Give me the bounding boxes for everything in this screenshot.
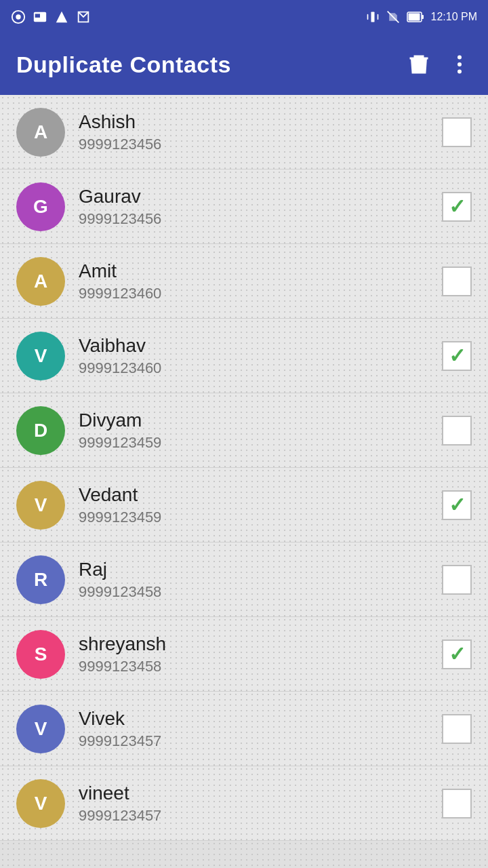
status-bar: 12:10 PM — [0, 0, 488, 34]
contact-checkbox-1[interactable] — [442, 117, 472, 147]
contact-item-9[interactable]: VVivek9999123457 — [0, 692, 488, 766]
contact-name-10: vineet — [79, 783, 428, 804]
contact-info-9: Vivek9999123457 — [79, 708, 428, 750]
contact-phone-3: 9999123460 — [79, 285, 428, 302]
contact-checkbox-3[interactable] — [442, 267, 472, 296]
checkmark-icon-4: ✓ — [449, 346, 466, 366]
svg-rect-4 — [371, 12, 374, 22]
svg-point-1 — [16, 14, 20, 19]
contact-name-7: Raj — [79, 559, 428, 580]
app-bar-title: Duplicate Contacts — [16, 52, 231, 78]
contact-info-3: Amit9999123460 — [79, 260, 428, 302]
svg-point-15 — [458, 70, 462, 74]
contact-info-8: shreyansh9999123458 — [79, 633, 428, 675]
contact-checkbox-10[interactable] — [442, 789, 472, 818]
contact-checkbox-6[interactable]: ✓ — [442, 490, 472, 520]
status-time: 12:10 PM — [431, 11, 477, 23]
svg-rect-3 — [35, 14, 40, 18]
sim-icon — [386, 10, 400, 24]
contact-name-3: Amit — [79, 260, 428, 282]
contact-item-2[interactable]: GGaurav9999123456✓ — [0, 170, 488, 244]
more-options-button[interactable] — [447, 52, 472, 77]
contact-name-5: Divyam — [79, 410, 428, 431]
contact-avatar-10: V — [16, 779, 65, 828]
svg-rect-9 — [408, 14, 420, 21]
contact-name-2: Gaurav — [79, 186, 428, 208]
contact-avatar-6: V — [16, 481, 65, 530]
contact-checkbox-4[interactable]: ✓ — [442, 341, 472, 371]
contact-checkbox-5[interactable] — [442, 416, 472, 446]
contact-info-5: Divyam9999123459 — [79, 410, 428, 452]
contact-info-1: Ashish9999123456 — [79, 111, 428, 153]
trash-icon — [407, 52, 431, 77]
contact-item-3[interactable]: AAmit9999123460 — [0, 244, 488, 319]
contact-item-5[interactable]: DDivyam9999123459 — [0, 393, 488, 468]
app-bar-actions — [407, 52, 472, 77]
contact-phone-4: 9999123460 — [79, 359, 428, 377]
contact-phone-2: 9999123456 — [79, 210, 428, 228]
contact-item-6[interactable]: VVedant9999123459✓ — [0, 468, 488, 542]
contact-checkbox-9[interactable] — [442, 714, 472, 744]
status-bar-right-icons: 12:10 PM — [366, 10, 477, 24]
delete-button[interactable] — [407, 52, 431, 77]
contact-checkbox-8[interactable]: ✓ — [442, 639, 472, 669]
checkmark-icon-2: ✓ — [449, 197, 466, 217]
contact-info-10: vineet9999123457 — [79, 783, 428, 825]
svg-rect-8 — [422, 15, 424, 19]
contact-checkbox-7[interactable] — [442, 565, 472, 595]
contact-phone-7: 9999123458 — [79, 583, 428, 601]
contact-phone-8: 9999123458 — [79, 658, 428, 675]
vibrate-icon — [366, 10, 380, 24]
app-icon-4 — [76, 9, 91, 24]
contact-avatar-9: V — [16, 705, 65, 753]
contact-name-8: shreyansh — [79, 633, 428, 655]
contact-avatar-1: A — [16, 108, 65, 157]
contact-info-7: Raj9999123458 — [79, 559, 428, 601]
app-icon-3 — [54, 9, 69, 24]
svg-rect-6 — [377, 14, 378, 20]
app-bar: Duplicate Contacts — [0, 34, 488, 95]
contact-avatar-4: V — [16, 332, 65, 380]
contact-name-1: Ashish — [79, 111, 428, 133]
contact-phone-6: 9999123459 — [79, 509, 428, 526]
svg-rect-5 — [367, 14, 368, 20]
contact-item-10[interactable]: Vvineet9999123457 — [0, 766, 488, 841]
status-bar-left-icons — [11, 9, 91, 24]
contact-item-4[interactable]: VVaibhav9999123460✓ — [0, 319, 488, 393]
contact-phone-9: 9999123457 — [79, 732, 428, 750]
contact-item-7[interactable]: RRaj9999123458 — [0, 542, 488, 617]
contact-name-9: Vivek — [79, 708, 428, 730]
contact-item-8[interactable]: Sshreyansh9999123458✓ — [0, 617, 488, 692]
contact-phone-5: 9999123459 — [79, 434, 428, 452]
contact-avatar-3: A — [16, 257, 65, 306]
contact-phone-10: 9999123457 — [79, 807, 428, 825]
battery-icon — [407, 10, 424, 24]
svg-point-13 — [458, 56, 462, 60]
contact-phone-1: 9999123456 — [79, 136, 428, 153]
contact-avatar-8: S — [16, 630, 65, 679]
contact-avatar-7: R — [16, 555, 65, 604]
contact-avatar-5: D — [16, 406, 65, 455]
checkmark-icon-8: ✓ — [449, 644, 466, 665]
svg-point-14 — [458, 62, 462, 66]
contact-info-2: Gaurav9999123456 — [79, 186, 428, 228]
contact-item-1[interactable]: AAshish9999123456 — [0, 95, 488, 170]
contact-name-4: Vaibhav — [79, 335, 428, 357]
checkmark-icon-6: ✓ — [449, 495, 466, 515]
contact-name-6: Vedant — [79, 484, 428, 506]
contact-info-6: Vedant9999123459 — [79, 484, 428, 526]
contact-avatar-2: G — [16, 182, 65, 231]
contact-list: AAshish9999123456GGaurav9999123456✓AAmit… — [0, 95, 488, 841]
contact-checkbox-2[interactable]: ✓ — [442, 192, 472, 222]
contact-info-4: Vaibhav9999123460 — [79, 335, 428, 377]
app-icon-1 — [11, 9, 26, 24]
more-vert-icon — [447, 52, 472, 77]
app-icon-2 — [33, 9, 47, 24]
